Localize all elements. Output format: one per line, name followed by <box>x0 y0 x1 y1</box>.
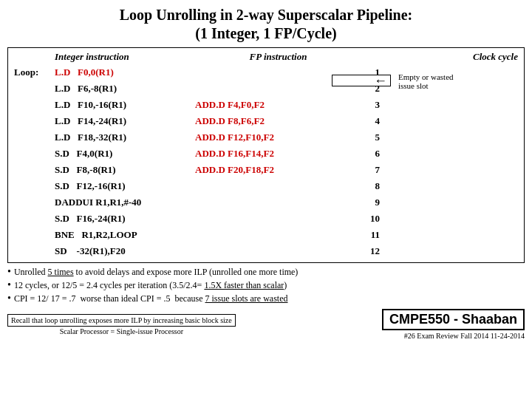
scalar-text: Scalar Processor = Single-issue Processo… <box>7 327 236 335</box>
int-instruction: S.D F12,-16(R1) <box>55 180 195 192</box>
header-integer: Integer instruction <box>55 51 180 63</box>
int-instruction: S.D F16,-24(R1) <box>55 213 195 225</box>
clock-num: 5 <box>335 132 380 143</box>
bullet-2: • 12 cycles, or 12/5 = 2.4 cycles per it… <box>7 279 525 292</box>
table-row: BNE R1,R2,LOOP 11 <box>14 227 518 243</box>
slide-number: #26 Exam Review Fall 2014 11-24-2014 <box>404 332 525 340</box>
footer: Recall that loop unrolling exposes more … <box>7 309 525 340</box>
clock-num: 7 <box>335 164 380 176</box>
table-row: L.D F14,-24(R1) ADD.D F8,F6,F2 4 <box>14 113 518 129</box>
footer-left: Recall that loop unrolling exposes more … <box>7 314 236 335</box>
int-instruction: L.D F10,-16(R1) <box>55 99 195 111</box>
table-row: DADDUI R1,R1,#-40 9 <box>14 194 518 211</box>
table-row: L.D F10,-16(R1) ADD.D F4,F0,F2 3 <box>14 97 518 113</box>
int-instruction: S.D F4,0(R1) <box>55 148 195 160</box>
fp-instruction: ADD.D F4,F0,F2 <box>195 99 335 111</box>
header-fp: FP instruction <box>250 51 390 63</box>
footer-right: CMPE550 - Shaaban #26 Exam Review Fall 2… <box>382 309 525 340</box>
header-clock: Clock cycle <box>459 51 518 63</box>
recall-text: Recall that loop unrolling exposes more … <box>11 316 232 324</box>
table-row: S.D F16,-24(R1) 10 <box>14 211 518 227</box>
table-row: SD -32(R1),F20 12 <box>14 243 518 259</box>
bullet-dot-2: • <box>7 279 11 292</box>
bullet-dot-1: • <box>7 266 11 279</box>
table-row: S.D F12,-16(R1) 8 <box>14 178 518 194</box>
table-row: L.D F18,-32(R1) ADD.D F12,F10,F2 5 <box>14 129 518 146</box>
clock-num: 2 <box>335 83 380 95</box>
int-instruction: L.D F18,-32(R1) <box>55 132 195 143</box>
table-row: S.D F8,-8(R1) ADD.D F20,F18,F2 7 <box>14 162 518 178</box>
title-line2: (1 Integer, 1 FP/Cycle) <box>7 24 525 43</box>
table-row: Loop: L.D F0,0(R1) ← Empty or wasted iss… <box>14 64 518 81</box>
bullet-text-2: 12 cycles, or 12/5 = 2.4 cycles per iter… <box>14 279 287 292</box>
clock-num: 4 <box>335 115 380 127</box>
clock-num: 10 <box>335 213 380 225</box>
instruction-rows: Loop: L.D F0,0(R1) ← Empty or wasted iss… <box>14 64 518 259</box>
fp-instruction: ADD.D F8,F6,F2 <box>195 115 335 127</box>
clock-num: 9 <box>335 197 380 208</box>
clock-num: 8 <box>335 180 380 192</box>
table-row: S.D F4,0(R1) ADD.D F16,F14,F2 6 <box>14 146 518 162</box>
table-row: L.D F6,-8(R1) 2 <box>14 81 518 97</box>
clock-num: 6 <box>335 148 380 160</box>
int-instruction: S.D F8,-8(R1) <box>55 164 195 176</box>
recall-box: Recall that loop unrolling exposes more … <box>7 314 236 327</box>
brand-label: CMPE550 - Shaaban <box>382 309 525 330</box>
fp-instruction: ADD.D F12,F10,F2 <box>195 132 335 143</box>
fp-instruction: ADD.D F16,F14,F2 <box>195 148 335 160</box>
int-instruction: SD -32(R1),F20 <box>55 245 195 257</box>
fp-instruction: ADD.D F20,F18,F2 <box>195 164 335 176</box>
clock-num: 3 <box>335 99 380 111</box>
bullet-text-1: Unrolled 5 times to avoid delays and exp… <box>14 266 298 279</box>
bullet-section: • Unrolled 5 times to avoid delays and e… <box>7 266 525 305</box>
title-line1: Loop Unrolling in 2-way Superscalar Pipe… <box>7 6 525 24</box>
bullet-3: • CPI = 12/ 17 = .7 worse than ideal CPI… <box>7 293 525 305</box>
loop-label: Loop: <box>14 66 55 78</box>
main-table: Integer instruction FP instruction Clock… <box>7 47 525 263</box>
clock-num: 11 <box>335 229 380 241</box>
clock-num: 12 <box>335 245 380 257</box>
int-instruction: DADDUI R1,R1,#-40 <box>55 197 195 208</box>
slide-title: Loop Unrolling in 2-way Superscalar Pipe… <box>7 6 525 43</box>
bullet-dot-3: • <box>7 293 11 305</box>
bullet-1: • Unrolled 5 times to avoid delays and e… <box>7 266 525 279</box>
table-header: Integer instruction FP instruction Clock… <box>14 51 518 63</box>
int-instruction: L.D F6,-8(R1) <box>55 83 195 95</box>
bullet-text-3: CPI = 12/ 17 = .7 worse than ideal CPI =… <box>14 293 288 305</box>
int-instruction: L.D F14,-24(R1) <box>55 115 195 127</box>
int-instruction: L.D F0,0(R1) <box>55 66 195 78</box>
int-instruction: BNE R1,R2,LOOP <box>55 229 195 241</box>
